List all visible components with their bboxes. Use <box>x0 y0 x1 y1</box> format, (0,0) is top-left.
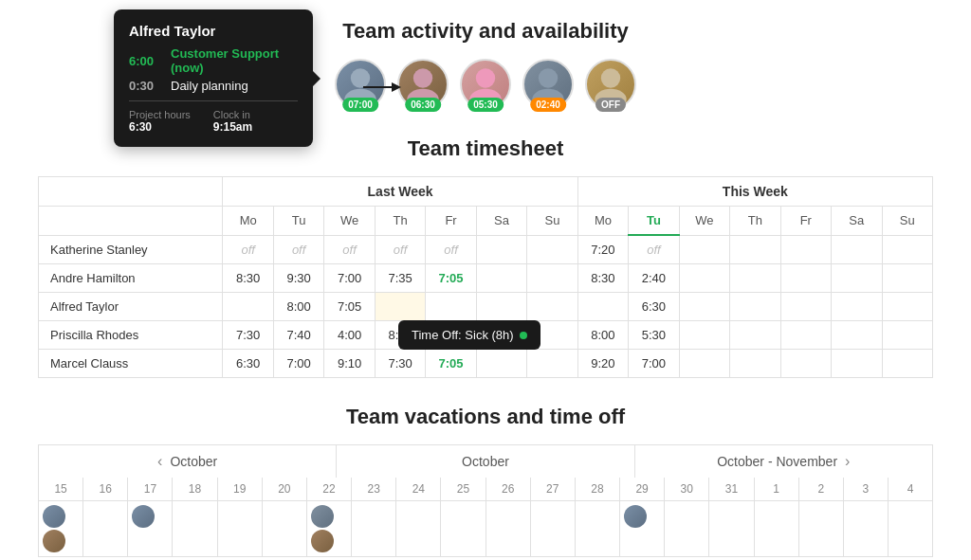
cell: 7:40 <box>273 321 323 350</box>
cal-avatar-cell <box>263 501 307 556</box>
lw-su: Su <box>527 207 577 236</box>
cell <box>476 235 526 264</box>
lw-tu: Tu <box>273 207 323 236</box>
mini-avatar <box>43 505 65 528</box>
cal-avatar-cell <box>799 501 844 556</box>
avatar-priscilla-rhodes[interactable]: 05:30 <box>460 59 511 110</box>
cal-day: 17 <box>128 478 173 500</box>
cal-avatar-cell <box>620 501 665 556</box>
tooltip-activity-row-2: 0:30 Daily planning <box>129 79 298 93</box>
tooltip-clock-in-value: 9:15am <box>213 120 252 134</box>
tooltip-person-name: Alfred Taylor <box>129 23 298 39</box>
cell: 8:30 <box>223 264 273 293</box>
cell: 7:20 <box>577 235 628 264</box>
cell <box>882 350 932 378</box>
cal-day: 25 <box>441 478 486 500</box>
tooltip-clock-in-label: Clock in <box>213 109 252 120</box>
avatar-badge-3: 05:30 <box>467 98 504 112</box>
cell <box>780 264 831 293</box>
timesheet-section: Team timesheet Time Off: Sick (8h) Last … <box>38 136 933 378</box>
cell <box>476 350 526 378</box>
cell <box>882 264 932 293</box>
row-name: Marcel Clauss <box>39 350 223 378</box>
cal-day: 22 <box>307 478 352 500</box>
cal-day: 16 <box>83 478 128 500</box>
sick-tooltip: Time Off: Sick (8h) <box>398 320 540 350</box>
cal-month-1: ‹ October <box>39 445 337 478</box>
tooltip-hours-1: 6:00 <box>129 54 163 68</box>
tooltip-clock-in: Clock in 9:15am <box>213 109 252 134</box>
cal-avatar-cell <box>173 501 217 556</box>
cal-month-2: October <box>337 445 634 478</box>
cell: 7:05 <box>324 293 375 321</box>
tw-sa: Sa <box>832 207 882 236</box>
mini-avatar <box>132 505 155 528</box>
cell <box>679 350 729 378</box>
tw-tu: Tu <box>629 207 679 236</box>
cell <box>780 293 831 321</box>
cal-next-button[interactable]: › <box>845 453 850 470</box>
avatar-katherine-stanley[interactable]: 06:30 <box>397 59 449 110</box>
cal-day: 24 <box>396 478 441 500</box>
tooltip-meta: Project hours 6:30 Clock in 9:15am <box>129 109 298 134</box>
cal-day: 2 <box>799 478 844 500</box>
cell: 9:10 <box>324 350 375 378</box>
tooltip-project-hours: Project hours 6:30 <box>129 109 191 134</box>
svg-point-6 <box>476 68 495 87</box>
cell: 6:30 <box>223 350 273 378</box>
table-row: Katherine Stanley off off off off off 7:… <box>39 235 933 264</box>
cal-avatar-cell <box>352 501 396 556</box>
cal-prev-button[interactable]: ‹ <box>157 453 162 470</box>
mini-avatar <box>311 505 334 528</box>
cell <box>426 293 476 321</box>
cell: 6:30 <box>629 293 679 321</box>
cell <box>882 293 932 321</box>
cell: 4:00 <box>324 321 375 350</box>
cell: 7:00 <box>629 350 679 378</box>
cell <box>527 350 577 378</box>
cal-avatar-cell <box>39 501 83 556</box>
mini-avatar <box>624 505 647 528</box>
avatar-marcel-clauss[interactable]: OFF <box>585 59 636 110</box>
cell <box>476 293 526 321</box>
cal-day: 19 <box>218 478 263 500</box>
cell: 5:30 <box>629 321 679 350</box>
cell <box>527 293 577 321</box>
cell: off <box>375 235 425 264</box>
table-row: Alfred Taylor 8:00 7:05 6:30 <box>39 293 933 321</box>
avatar-badge-1: 07:00 <box>342 98 378 112</box>
tooltip-activity-row-1: 6:00 Customer Support (now) <box>129 46 298 75</box>
cal-day: 20 <box>263 478 307 500</box>
cell <box>730 264 780 293</box>
tw-th: Th <box>730 207 780 236</box>
alfred-taylor-tooltip: Alfred Taylor 6:00 Customer Support (now… <box>114 9 313 147</box>
cell <box>832 264 882 293</box>
tooltip-divider <box>129 100 298 101</box>
avatar-badge-5: OFF <box>595 98 626 112</box>
cell <box>679 321 729 350</box>
lw-th: Th <box>375 207 425 236</box>
cell: 7:00 <box>273 350 323 378</box>
cell: 7:30 <box>223 321 273 350</box>
cell <box>730 293 780 321</box>
cell <box>679 293 729 321</box>
cal-avatar-cell <box>83 501 128 556</box>
cell: 7:35 <box>375 264 425 293</box>
avatar-andre-hamilton[interactable]: 02:40 <box>522 59 574 110</box>
cal-month-label-3: October - November <box>717 454 837 469</box>
vacations-section: Team vacations and time off ‹ October Oc… <box>38 405 933 557</box>
cal-avatar-cell <box>307 501 352 556</box>
cal-avatar-cell <box>889 501 932 556</box>
cell <box>780 235 831 264</box>
cal-day: 4 <box>889 478 932 500</box>
svg-point-8 <box>539 68 558 87</box>
row-name: Katherine Stanley <box>39 235 223 264</box>
last-week-header: Last Week <box>223 177 577 207</box>
cell <box>730 235 780 264</box>
cell: off <box>324 235 375 264</box>
cell: 9:30 <box>273 264 323 293</box>
cal-avatar-cell <box>396 501 441 556</box>
timesheet-name-header <box>39 177 223 207</box>
cal-day: 3 <box>844 478 889 500</box>
cal-avatar-cell <box>486 501 531 556</box>
